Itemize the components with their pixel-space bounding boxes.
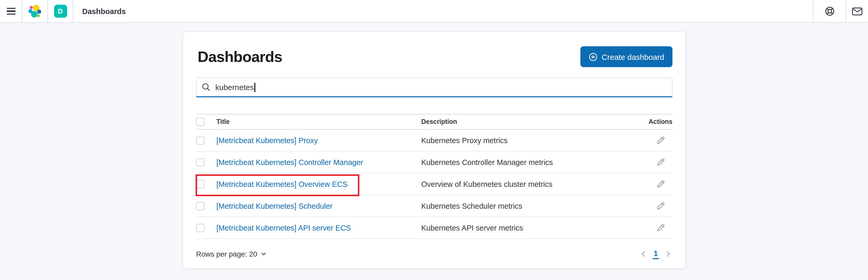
dashboard-description: Overview of Kubernetes cluster metrics bbox=[421, 180, 641, 188]
column-header-title: Title bbox=[216, 118, 421, 125]
pencil-icon bbox=[656, 201, 665, 210]
chevron-down-icon bbox=[260, 251, 267, 257]
page-content: Dashboards Create dashboard bbox=[0, 23, 868, 280]
table-row: [Metricbeat Kubernetes] Scheduler Kubern… bbox=[196, 195, 673, 217]
dashboard-link[interactable]: [Metricbeat Kubernetes] Controller Manag… bbox=[216, 158, 363, 166]
search-icon bbox=[202, 83, 211, 92]
help-icon bbox=[824, 6, 835, 17]
chevron-right-icon bbox=[665, 250, 672, 258]
edit-button[interactable] bbox=[656, 179, 665, 188]
pencil-icon bbox=[656, 158, 665, 167]
top-header-bar: D Dashboards bbox=[0, 0, 868, 23]
dashboard-link[interactable]: [Metricbeat Kubernetes] API server ECS bbox=[216, 224, 351, 232]
row-checkbox[interactable] bbox=[196, 224, 205, 232]
page-number-1[interactable]: 1 bbox=[653, 249, 659, 259]
header-spacer bbox=[126, 0, 813, 22]
create-dashboard-label: Create dashboard bbox=[602, 52, 664, 61]
page-title: Dashboards bbox=[198, 46, 282, 67]
table-footer: Rows per page: 20 1 bbox=[183, 246, 685, 262]
newsfeed-button[interactable] bbox=[846, 0, 868, 22]
space-selector[interactable]: D bbox=[48, 0, 73, 22]
dashboard-description: Kubernetes API server metrics bbox=[421, 224, 641, 232]
select-all-checkbox[interactable] bbox=[196, 118, 205, 126]
newsfeed-icon bbox=[851, 6, 863, 16]
edit-button[interactable] bbox=[656, 136, 665, 145]
row-checkbox[interactable] bbox=[196, 136, 205, 144]
previous-page-button[interactable] bbox=[639, 249, 648, 259]
help-menu-button[interactable] bbox=[813, 0, 846, 22]
pencil-icon bbox=[656, 136, 665, 145]
rows-per-page-selector[interactable]: Rows per page: 20 bbox=[196, 250, 267, 258]
edit-button[interactable] bbox=[656, 158, 665, 167]
elastic-logo-icon bbox=[28, 4, 41, 18]
kibana-app: D Dashboards Dashboards bbox=[0, 0, 868, 280]
hamburger-icon bbox=[6, 8, 16, 15]
column-header-description: Description bbox=[421, 118, 641, 125]
chevron-left-icon bbox=[640, 250, 646, 258]
create-dashboard-button[interactable]: Create dashboard bbox=[580, 46, 673, 67]
column-header-actions: Actions bbox=[641, 118, 673, 125]
next-page-button[interactable] bbox=[664, 249, 673, 259]
dashboards-panel: Dashboards Create dashboard bbox=[183, 31, 686, 269]
elastic-logo-button[interactable] bbox=[22, 0, 47, 22]
search-input[interactable]: kubernetes bbox=[196, 78, 673, 97]
row-checkbox[interactable] bbox=[196, 202, 205, 210]
dashboard-description: Kubernetes Proxy metrics bbox=[421, 136, 641, 144]
menu-button[interactable] bbox=[0, 0, 22, 22]
dashboard-description: Kubernetes Controller Manager metrics bbox=[421, 158, 641, 166]
dashboards-table: Title Description Actions [Metricbeat Ku… bbox=[196, 114, 673, 239]
table-row: [Metricbeat Kubernetes] Proxy Kubernetes… bbox=[196, 130, 673, 151]
dashboard-description: Kubernetes Scheduler metrics bbox=[421, 202, 641, 210]
dashboard-link[interactable]: [Metricbeat Kubernetes] Proxy bbox=[216, 136, 318, 144]
search-row: kubernetes bbox=[196, 78, 673, 97]
table-row: [Metricbeat Kubernetes] Controller Manag… bbox=[196, 151, 673, 173]
pagination: 1 bbox=[639, 249, 673, 259]
edit-button[interactable] bbox=[656, 223, 665, 232]
breadcrumb[interactable]: Dashboards bbox=[73, 0, 126, 22]
search-value: kubernetes bbox=[215, 83, 254, 92]
panel-header: Dashboards Create dashboard bbox=[183, 32, 685, 67]
row-checkbox[interactable] bbox=[196, 180, 205, 188]
dashboard-link[interactable]: [Metricbeat Kubernetes] Overview ECS bbox=[216, 180, 348, 188]
row-checkbox[interactable] bbox=[196, 158, 205, 166]
rows-per-page-label: Rows per page: 20 bbox=[196, 250, 257, 258]
table-row: [Metricbeat Kubernetes] API server ECS K… bbox=[196, 217, 673, 239]
table-header-row: Title Description Actions bbox=[196, 114, 673, 130]
space-badge[interactable]: D bbox=[54, 5, 67, 18]
pencil-icon bbox=[656, 179, 665, 188]
pencil-icon bbox=[656, 223, 665, 232]
dashboard-link[interactable]: [Metricbeat Kubernetes] Scheduler bbox=[216, 202, 333, 210]
table-row-highlighted: [Metricbeat Kubernetes] Overview ECS Ove… bbox=[196, 173, 673, 195]
plus-circle-icon bbox=[589, 52, 597, 61]
edit-button[interactable] bbox=[656, 201, 665, 210]
text-caret bbox=[254, 83, 255, 92]
